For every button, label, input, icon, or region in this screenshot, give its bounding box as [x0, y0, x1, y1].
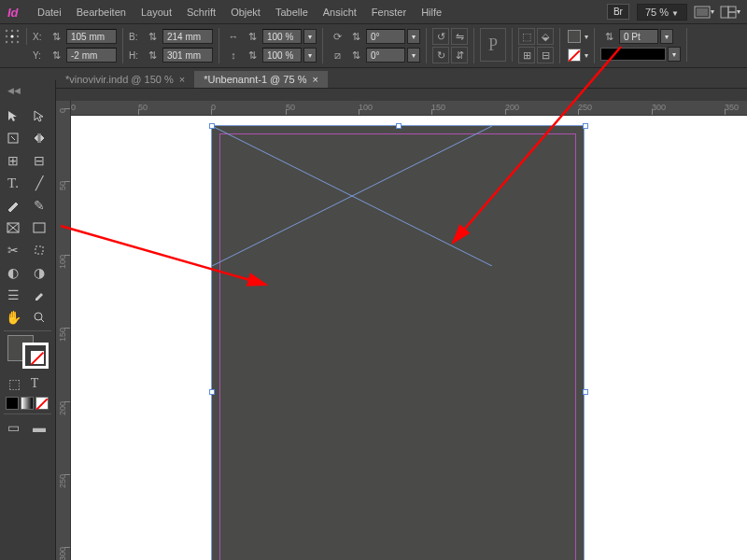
- svg-point-14: [11, 41, 13, 43]
- flip-h-icon[interactable]: ⇋: [451, 28, 468, 45]
- dropdown-icon[interactable]: ▾: [407, 29, 420, 44]
- document-tab[interactable]: *vinovivir.indd @ 150 %×: [56, 71, 194, 88]
- stroke-style-select[interactable]: [600, 48, 666, 61]
- flip-v-icon[interactable]: ⇵: [451, 47, 468, 63]
- scale-y-input[interactable]: [262, 48, 302, 63]
- stepper-icon[interactable]: ⇅: [144, 28, 161, 45]
- stepper-icon[interactable]: ⇅: [347, 47, 364, 63]
- shear-icon: ⧄: [329, 47, 345, 63]
- dropdown-icon[interactable]: ▾: [303, 29, 317, 44]
- svg-point-13: [6, 41, 7, 43]
- rotate-ccw-icon[interactable]: ↺: [432, 28, 449, 45]
- document-tabs: *vinovivir.indd @ 150 %×*Unbenannt-1 @ 7…: [0, 68, 747, 89]
- svg-text:Id: Id: [7, 6, 20, 20]
- y-label: Y:: [33, 50, 46, 61]
- svg-rect-6: [728, 12, 736, 18]
- x-label: X:: [33, 32, 46, 42]
- stepper-icon[interactable]: ⇅: [48, 47, 64, 63]
- select-container-icon[interactable]: ⬚: [518, 28, 535, 45]
- fit-content-icon[interactable]: ⊞: [518, 47, 535, 63]
- h-label: H:: [129, 50, 142, 61]
- menu-tabelle[interactable]: Tabelle: [268, 3, 316, 21]
- shear-input[interactable]: [366, 48, 405, 63]
- dropdown-icon[interactable]: ▾: [303, 48, 317, 63]
- fill-swatch-icon[interactable]: [566, 28, 583, 45]
- stepper-icon[interactable]: ⇅: [347, 28, 364, 45]
- paragraph-style-icon[interactable]: P: [480, 28, 506, 62]
- w-label: B:: [129, 32, 142, 42]
- zoom-select[interactable]: 75 % ▼: [637, 4, 687, 21]
- svg-rect-4: [721, 7, 728, 18]
- control-panel: X:⇅ Y:⇅ B:⇅ H:⇅ ↔⇅▾ ↕⇅▾ ⟳⇅▾ ⧄⇅▾ ↺⇋ ↻⇵ P …: [0, 24, 747, 68]
- stepper-icon[interactable]: ⇅: [244, 47, 261, 63]
- svg-rect-5: [728, 7, 736, 12]
- rotate-cw-icon[interactable]: ↻: [432, 47, 449, 63]
- rotate-icon: ⟳: [329, 28, 345, 45]
- bridge-badge[interactable]: Br: [607, 4, 629, 20]
- dropdown-icon[interactable]: ▾: [407, 48, 420, 63]
- menu-objekt[interactable]: Objekt: [223, 3, 268, 21]
- dropdown-icon[interactable]: ▾: [668, 47, 681, 62]
- menu-hilfe[interactable]: Hilfe: [414, 3, 449, 21]
- menu-ansicht[interactable]: Ansicht: [316, 3, 364, 21]
- swatch-drop-icon[interactable]: ▾: [585, 51, 588, 60]
- menu-bearbeiten[interactable]: Bearbeiten: [69, 3, 134, 21]
- fit-frame-icon[interactable]: ⊟: [537, 47, 554, 63]
- stepper-icon[interactable]: ⇅: [48, 28, 64, 45]
- stepper-icon[interactable]: ⇅: [600, 28, 617, 45]
- scale-x-input[interactable]: [262, 29, 302, 44]
- menu-datei[interactable]: Datei: [30, 3, 69, 21]
- svg-point-7: [6, 30, 7, 32]
- svg-rect-3: [697, 8, 708, 16]
- app-logo-icon: Id: [4, 4, 26, 21]
- svg-point-11: [10, 35, 13, 37]
- scale-y-icon: ↕: [225, 47, 242, 63]
- screen-mode-icon[interactable]: ▾: [693, 3, 715, 21]
- width-input[interactable]: [162, 29, 213, 44]
- x-input[interactable]: [66, 29, 117, 44]
- menu-schrift[interactable]: Schrift: [179, 3, 223, 21]
- scale-x-icon: ↔: [225, 28, 242, 45]
- svg-point-15: [17, 41, 19, 43]
- arrange-icon[interactable]: ▾: [719, 3, 741, 21]
- collapse-icon[interactable]: ◀◀: [7, 86, 21, 89]
- svg-point-12: [17, 35, 19, 37]
- svg-point-8: [11, 30, 13, 32]
- rotate-input[interactable]: [366, 29, 405, 44]
- stroke-weight-input[interactable]: [619, 29, 658, 44]
- stepper-icon[interactable]: ⇅: [244, 28, 261, 45]
- close-tab-icon[interactable]: ×: [179, 74, 185, 85]
- stroke-swatch-icon[interactable]: [566, 47, 583, 63]
- menu-bar: Id DateiBearbeitenLayoutSchriftObjektTab…: [0, 0, 747, 24]
- height-input[interactable]: [162, 48, 213, 63]
- dropdown-icon[interactable]: ▾: [660, 29, 673, 44]
- menu-fenster[interactable]: Fenster: [364, 3, 414, 21]
- close-tab-icon[interactable]: ×: [312, 74, 317, 85]
- document-tab[interactable]: *Unbenannt-1 @ 75 %×: [194, 71, 328, 88]
- swatch-drop-icon[interactable]: ▾: [585, 33, 588, 41]
- stepper-icon[interactable]: ⇅: [144, 47, 161, 63]
- y-input[interactable]: [66, 48, 117, 63]
- svg-point-9: [17, 30, 19, 32]
- menu-layout[interactable]: Layout: [134, 3, 179, 21]
- toolbox-header: ◀◀: [0, 80, 56, 89]
- svg-point-10: [6, 35, 7, 37]
- reference-point-icon[interactable]: [4, 28, 21, 45]
- select-content-icon[interactable]: ⬙: [537, 28, 554, 45]
